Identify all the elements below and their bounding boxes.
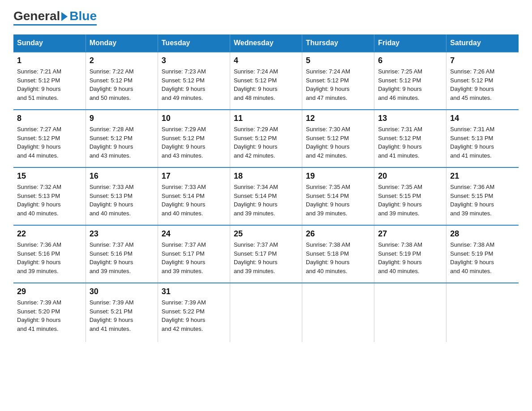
- day-number: 7: [450, 56, 515, 65]
- day-cell: 25Sunrise: 7:37 AM Sunset: 5:17 PM Dayli…: [230, 225, 302, 283]
- day-info: Sunrise: 7:35 AM Sunset: 5:15 PM Dayligh…: [378, 183, 442, 218]
- day-number: 15: [17, 171, 82, 181]
- day-cell: 12Sunrise: 7:30 AM Sunset: 5:12 PM Dayli…: [302, 110, 374, 167]
- day-info: Sunrise: 7:38 AM Sunset: 5:19 PM Dayligh…: [450, 240, 515, 275]
- header-cell-tuesday: Tuesday: [158, 34, 230, 52]
- day-info: Sunrise: 7:37 AM Sunset: 5:16 PM Dayligh…: [90, 240, 154, 275]
- day-cell: 2Sunrise: 7:22 AM Sunset: 5:12 PM Daylig…: [86, 52, 158, 110]
- header-cell-monday: Monday: [86, 34, 158, 52]
- day-info: Sunrise: 7:22 AM Sunset: 5:12 PM Dayligh…: [90, 67, 154, 102]
- day-info: Sunrise: 7:23 AM Sunset: 5:12 PM Dayligh…: [162, 67, 226, 102]
- day-cell: 22Sunrise: 7:36 AM Sunset: 5:16 PM Dayli…: [13, 225, 86, 283]
- week-row-2: 8Sunrise: 7:27 AM Sunset: 5:12 PM Daylig…: [13, 110, 519, 167]
- day-cell: 17Sunrise: 7:33 AM Sunset: 5:14 PM Dayli…: [158, 167, 230, 225]
- day-number: 19: [306, 171, 370, 181]
- day-info: Sunrise: 7:32 AM Sunset: 5:13 PM Dayligh…: [17, 183, 82, 218]
- day-info: Sunrise: 7:39 AM Sunset: 5:22 PM Dayligh…: [162, 298, 226, 333]
- day-cell: 19Sunrise: 7:35 AM Sunset: 5:14 PM Dayli…: [302, 167, 374, 225]
- day-cell: 1Sunrise: 7:21 AM Sunset: 5:12 PM Daylig…: [13, 52, 86, 110]
- day-number: 4: [234, 56, 298, 65]
- day-cell: 3Sunrise: 7:23 AM Sunset: 5:12 PM Daylig…: [158, 52, 230, 110]
- day-info: Sunrise: 7:36 AM Sunset: 5:15 PM Dayligh…: [450, 183, 515, 218]
- header-cell-thursday: Thursday: [302, 34, 374, 52]
- day-cell: 14Sunrise: 7:31 AM Sunset: 5:13 PM Dayli…: [446, 110, 519, 167]
- day-number: 27: [378, 229, 442, 239]
- day-number: 24: [162, 229, 226, 239]
- day-cell: [302, 283, 374, 342]
- week-row-5: 29Sunrise: 7:39 AM Sunset: 5:20 PM Dayli…: [13, 283, 519, 342]
- day-number: 21: [450, 171, 515, 181]
- day-info: Sunrise: 7:24 AM Sunset: 5:12 PM Dayligh…: [306, 67, 370, 102]
- day-number: 6: [378, 56, 442, 65]
- logo: General Blue: [13, 9, 97, 26]
- day-info: Sunrise: 7:24 AM Sunset: 5:12 PM Dayligh…: [234, 67, 298, 102]
- day-number: 11: [234, 114, 298, 123]
- day-info: Sunrise: 7:38 AM Sunset: 5:18 PM Dayligh…: [306, 240, 370, 275]
- day-number: 25: [234, 229, 298, 239]
- day-cell: 28Sunrise: 7:38 AM Sunset: 5:19 PM Dayli…: [446, 225, 519, 283]
- day-cell: [446, 283, 519, 342]
- day-info: Sunrise: 7:33 AM Sunset: 5:14 PM Dayligh…: [162, 183, 226, 218]
- day-number: 17: [162, 171, 226, 181]
- day-number: 1: [17, 56, 82, 65]
- day-cell: [230, 283, 302, 342]
- day-number: 23: [90, 229, 154, 239]
- day-cell: 31Sunrise: 7:39 AM Sunset: 5:22 PM Dayli…: [158, 283, 230, 342]
- day-cell: 16Sunrise: 7:33 AM Sunset: 5:13 PM Dayli…: [86, 167, 158, 225]
- day-info: Sunrise: 7:26 AM Sunset: 5:12 PM Dayligh…: [450, 67, 515, 102]
- calendar-table: SundayMondayTuesdayWednesdayThursdayFrid…: [13, 34, 519, 342]
- day-cell: 5Sunrise: 7:24 AM Sunset: 5:12 PM Daylig…: [302, 52, 374, 110]
- day-cell: 13Sunrise: 7:31 AM Sunset: 5:12 PM Dayli…: [374, 110, 446, 167]
- day-info: Sunrise: 7:31 AM Sunset: 5:12 PM Dayligh…: [378, 125, 442, 160]
- day-cell: 18Sunrise: 7:34 AM Sunset: 5:14 PM Dayli…: [230, 167, 302, 225]
- day-number: 20: [378, 171, 442, 181]
- day-number: 3: [162, 56, 226, 65]
- week-row-3: 15Sunrise: 7:32 AM Sunset: 5:13 PM Dayli…: [13, 167, 519, 225]
- day-cell: 24Sunrise: 7:37 AM Sunset: 5:17 PM Dayli…: [158, 225, 230, 283]
- logo-general-text: General: [13, 9, 60, 23]
- week-row-4: 22Sunrise: 7:36 AM Sunset: 5:16 PM Dayli…: [13, 225, 519, 283]
- header-cell-wednesday: Wednesday: [230, 34, 302, 52]
- day-info: Sunrise: 7:37 AM Sunset: 5:17 PM Dayligh…: [234, 240, 298, 275]
- day-info: Sunrise: 7:30 AM Sunset: 5:12 PM Dayligh…: [306, 125, 370, 160]
- day-number: 12: [306, 114, 370, 123]
- day-number: 13: [378, 114, 442, 123]
- calendar-header: SundayMondayTuesdayWednesdayThursdayFrid…: [13, 34, 519, 52]
- day-number: 2: [90, 56, 154, 65]
- day-info: Sunrise: 7:29 AM Sunset: 5:12 PM Dayligh…: [234, 125, 298, 160]
- day-info: Sunrise: 7:33 AM Sunset: 5:13 PM Dayligh…: [90, 183, 154, 218]
- day-number: 29: [17, 287, 82, 296]
- day-info: Sunrise: 7:31 AM Sunset: 5:13 PM Dayligh…: [450, 125, 515, 160]
- day-info: Sunrise: 7:35 AM Sunset: 5:14 PM Dayligh…: [306, 183, 370, 218]
- day-cell: [374, 283, 446, 342]
- day-number: 18: [234, 171, 298, 181]
- day-number: 28: [450, 229, 515, 239]
- day-info: Sunrise: 7:27 AM Sunset: 5:12 PM Dayligh…: [17, 125, 82, 160]
- day-cell: 30Sunrise: 7:39 AM Sunset: 5:21 PM Dayli…: [86, 283, 158, 342]
- day-number: 16: [90, 171, 154, 181]
- week-row-1: 1Sunrise: 7:21 AM Sunset: 5:12 PM Daylig…: [13, 52, 519, 110]
- day-info: Sunrise: 7:38 AM Sunset: 5:19 PM Dayligh…: [378, 240, 442, 275]
- header-cell-saturday: Saturday: [446, 34, 519, 52]
- day-info: Sunrise: 7:21 AM Sunset: 5:12 PM Dayligh…: [17, 67, 82, 102]
- day-cell: 15Sunrise: 7:32 AM Sunset: 5:13 PM Dayli…: [13, 167, 86, 225]
- day-cell: 7Sunrise: 7:26 AM Sunset: 5:12 PM Daylig…: [446, 52, 519, 110]
- logo-underline: [13, 24, 97, 26]
- day-info: Sunrise: 7:34 AM Sunset: 5:14 PM Dayligh…: [234, 183, 298, 218]
- day-cell: 27Sunrise: 7:38 AM Sunset: 5:19 PM Dayli…: [374, 225, 446, 283]
- logo-arrow-icon: [61, 12, 68, 21]
- day-info: Sunrise: 7:29 AM Sunset: 5:12 PM Dayligh…: [162, 125, 226, 160]
- header-cell-friday: Friday: [374, 34, 446, 52]
- day-number: 26: [306, 229, 370, 239]
- day-number: 31: [162, 287, 226, 296]
- day-number: 9: [90, 114, 154, 123]
- day-info: Sunrise: 7:39 AM Sunset: 5:21 PM Dayligh…: [90, 298, 154, 333]
- day-cell: 6Sunrise: 7:25 AM Sunset: 5:12 PM Daylig…: [374, 52, 446, 110]
- day-number: 8: [17, 114, 82, 123]
- day-cell: 21Sunrise: 7:36 AM Sunset: 5:15 PM Dayli…: [446, 167, 519, 225]
- logo-blue-text: Blue: [69, 9, 97, 23]
- day-info: Sunrise: 7:28 AM Sunset: 5:12 PM Dayligh…: [90, 125, 154, 160]
- day-number: 14: [450, 114, 515, 123]
- day-cell: 23Sunrise: 7:37 AM Sunset: 5:16 PM Dayli…: [86, 225, 158, 283]
- day-number: 5: [306, 56, 370, 65]
